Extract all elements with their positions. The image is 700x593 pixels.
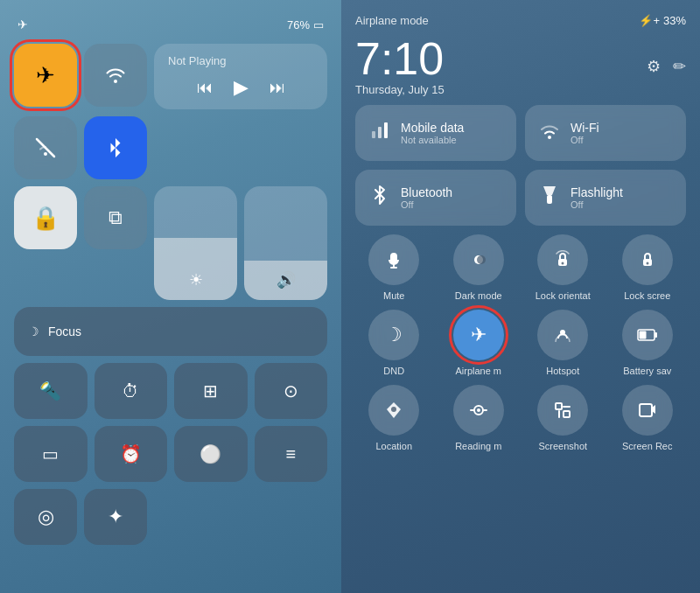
svg-rect-8 — [547, 195, 552, 204]
left-panel: ✈ 76% ▭ ✈ Not Playing ⏮ ▶ ⏭ — [0, 0, 341, 593]
flashlight-button[interactable]: 🔦 — [14, 363, 88, 419]
screenshot-circle — [537, 385, 588, 436]
dnd-item[interactable]: ☽ DND — [355, 310, 433, 376]
airplane-mode-circle: ✈ — [453, 310, 504, 360]
timer-button[interactable]: ⏱ — [94, 363, 168, 419]
battery-percent: 76% — [287, 18, 310, 31]
reading-mode-item[interactable]: Reading m — [440, 385, 518, 451]
right-icon-row2: ☽ DND ✈ Airplane m Hotspot — [355, 310, 686, 376]
lock-screen-label: Lock scree — [624, 290, 670, 301]
svg-rect-5 — [384, 122, 388, 138]
small-icon-grid: 🔦 ⏱ ⊞ ⊙ — [14, 363, 327, 419]
screenshot-item[interactable]: Screenshot — [524, 385, 602, 451]
calculator-button[interactable]: ⊞ — [174, 363, 248, 419]
playback-controls: ⏮ ▶ ⏭ — [168, 76, 313, 99]
bottom-row: ◎ ✦ — [14, 489, 327, 545]
battery-widget-button[interactable]: ▭ — [14, 426, 88, 482]
now-playing-widget: Not Playing ⏮ ▶ ⏭ — [154, 44, 327, 109]
svg-point-23 — [477, 408, 480, 412]
wifi-tile[interactable]: Wi-Fi Off — [525, 105, 686, 161]
airplane-mode-item[interactable]: ✈ Airplane m — [440, 310, 518, 376]
battery-saver-label: Battery sav — [623, 366, 671, 376]
screenshot-label: Screenshot — [538, 441, 587, 451]
battery-icon-row: ▭ ⏰ ⚪ ≡ — [14, 426, 327, 482]
battery-saver-item[interactable]: Battery sav — [609, 310, 687, 376]
alarm-button[interactable]: ⏰ — [94, 426, 168, 482]
svg-rect-20 — [654, 332, 657, 338]
right-battery-info: ⚡+ 33% — [639, 14, 686, 27]
time-block: 7:10 Thursday, July 15 — [355, 36, 444, 96]
dark-mode-circle — [453, 234, 504, 285]
date-display: Thursday, July 15 — [355, 83, 444, 96]
lock-rotation-button[interactable]: 🔒 — [14, 186, 77, 249]
lock-screen-item[interactable]: Lock scree — [609, 234, 687, 301]
flashlight-tile[interactable]: Flashlight Off — [525, 170, 686, 226]
settings-icon[interactable]: ⚙ — [647, 57, 661, 76]
flashlight-label: Flashlight — [570, 185, 623, 199]
bluetooth-sub: Off — [401, 199, 452, 210]
wifi-text: Wi-Fi Off — [570, 121, 599, 145]
screen-record-item[interactable]: Screen Rec — [609, 385, 687, 451]
airplane-button[interactable]: ✈ — [14, 44, 77, 107]
svg-point-14 — [562, 262, 564, 265]
mute-label: Mute — [383, 290, 404, 301]
battery-info: 76% ▭ — [287, 18, 324, 31]
voice-memos-button[interactable]: ⚪ — [174, 426, 248, 482]
brightness-slider[interactable]: ☀ — [154, 186, 237, 300]
reading-mode-label: Reading m — [455, 441, 501, 451]
reading-mode-circle — [453, 385, 504, 436]
mute-circle — [368, 234, 419, 285]
bluetooth-label: Bluetooth — [401, 185, 452, 199]
wifi-button[interactable] — [84, 44, 147, 107]
wifi-toggle-button[interactable] — [14, 116, 77, 179]
second-control-row — [14, 116, 327, 179]
svg-point-2 — [44, 152, 47, 156]
wifi-label: Wi-Fi — [570, 121, 599, 135]
focus-button[interactable]: ☽ Focus — [14, 307, 327, 356]
mobile-data-tile[interactable]: Mobile data Not available — [355, 105, 516, 161]
hotspot-circle — [537, 310, 588, 360]
location-item[interactable]: Location — [355, 385, 433, 451]
screen-mirror-button[interactable]: ⧉ — [84, 186, 147, 249]
flashlight-text: Flashlight Off — [570, 185, 623, 210]
airplane-status-icon: ✈ — [18, 17, 28, 31]
svg-rect-26 — [556, 403, 562, 409]
right-panel: Airplane mode ⚡+ 33% 7:10 Thursday, July… — [341, 0, 700, 593]
lock-orient-item[interactable]: Lock orientat — [524, 234, 602, 301]
notes-button[interactable]: ≡ — [255, 426, 328, 482]
shazam-button[interactable]: ✦ — [84, 489, 147, 545]
charging-icon: ⚡+ — [639, 14, 660, 27]
mobile-data-sub: Not available — [401, 135, 464, 145]
hotspot-item[interactable]: Hotspot — [524, 310, 602, 376]
bluetooth-tile-icon — [368, 184, 392, 212]
svg-rect-27 — [564, 411, 570, 417]
play-button[interactable]: ▶ — [234, 76, 248, 99]
screen-record-circle — [622, 385, 673, 436]
dnd-circle: ☽ — [368, 310, 419, 360]
location-circle — [368, 385, 419, 436]
bluetooth-button[interactable] — [84, 116, 147, 179]
right-tile-row1: Mobile data Not available Wi-Fi Off — [355, 105, 686, 161]
dark-mode-item[interactable]: Dark mode — [440, 234, 518, 301]
mobile-data-icon — [368, 121, 392, 145]
lock-orient-circle — [537, 234, 588, 285]
bluetooth-tile[interactable]: Bluetooth Off — [355, 170, 516, 226]
dark-mode-label: Dark mode — [455, 290, 502, 301]
left-status-bar: ✈ 76% ▭ — [14, 17, 327, 31]
volume-slider[interactable]: 🔊 — [244, 186, 327, 300]
right-icon-row1: Mute Dark mode Lock orientat — [355, 234, 686, 301]
svg-rect-4 — [378, 127, 382, 138]
rewind-button[interactable]: ⏮ — [197, 79, 213, 97]
hearing-button[interactable]: ◎ — [14, 489, 77, 545]
fast-forward-button[interactable]: ⏭ — [270, 79, 285, 97]
time-icons: ⚙ ✏ — [647, 57, 686, 76]
screen-record-label: Screen Rec — [622, 441, 672, 451]
edit-icon[interactable]: ✏ — [673, 57, 686, 76]
svg-point-6 — [548, 136, 551, 139]
third-control-row: 🔒 ⧉ ☀ 🔊 — [14, 186, 327, 300]
moon-icon: ☽ — [28, 324, 39, 338]
mute-item[interactable]: Mute — [355, 234, 433, 301]
camera-button[interactable]: ⊙ — [255, 363, 328, 419]
time-display: 7:10 — [355, 36, 444, 81]
right-battery-percent: 33% — [663, 14, 686, 27]
